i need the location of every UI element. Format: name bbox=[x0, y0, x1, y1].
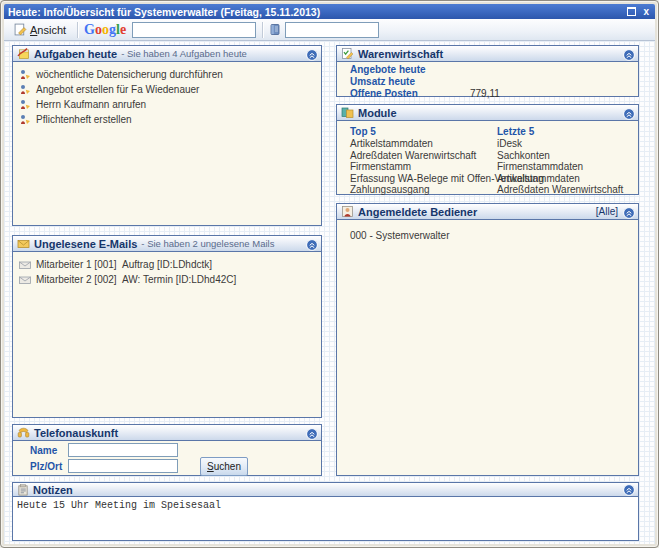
bediener-item[interactable]: 000 - Systemverwalter bbox=[337, 220, 638, 241]
google-search-input[interactable] bbox=[132, 22, 256, 38]
suchen-label: Suchen bbox=[207, 461, 241, 472]
ww-link-offene-posten[interactable]: Offene Posten bbox=[350, 88, 418, 99]
panel-telefonauskunft-title: Telefonauskunft bbox=[34, 425, 118, 441]
collapse-button[interactable] bbox=[623, 48, 635, 60]
mail-from: Mitarbeiter 2 [002] bbox=[36, 274, 110, 285]
panel-bediener: Angemeldete Bediener [Alle] 000 - System… bbox=[336, 203, 639, 476]
toolbar-separator bbox=[262, 22, 263, 38]
task-item-label: Pflichtenheft erstellen bbox=[36, 114, 132, 125]
task-item[interactable]: Pflichtenheft erstellen bbox=[13, 112, 321, 127]
task-item-icon bbox=[19, 69, 31, 81]
collapse-button[interactable] bbox=[306, 48, 318, 60]
collapse-chevron-icon bbox=[623, 207, 635, 219]
plzort-field[interactable] bbox=[68, 459, 178, 473]
panel-warenwirtschaft-header: Warenwirtschaft bbox=[337, 46, 638, 62]
mail-item-icon bbox=[19, 274, 31, 286]
collapse-chevron-icon bbox=[306, 239, 318, 251]
collapse-chevron-icon bbox=[623, 108, 635, 120]
phone-icon bbox=[17, 426, 30, 439]
goods-icon bbox=[341, 47, 354, 60]
task-item-label: Herrn Kaufmann anrufen bbox=[36, 99, 146, 110]
user-badge-icon bbox=[341, 205, 354, 218]
panel-emails-subtitle: - Sie haben 2 ungelesene Mails bbox=[141, 236, 274, 252]
panel-aufgaben: Aufgaben heute - Sie haben 4 Aufgaben he… bbox=[12, 45, 322, 226]
plzort-label: Plz/Ort bbox=[30, 461, 62, 472]
ansicht-button[interactable]: Ansicht bbox=[9, 21, 71, 38]
panel-bediener-header: Angemeldete Bediener [Alle] bbox=[337, 204, 638, 220]
collapse-button[interactable] bbox=[623, 107, 635, 119]
panel-aufgaben-header: Aufgaben heute - Sie haben 4 Aufgaben he… bbox=[13, 46, 321, 62]
mail-item[interactable]: Mitarbeiter 1 [001] Auftrag [ID:LDhdctk] bbox=[13, 257, 321, 272]
mail-subject: AW: Termin [ID:LDhd42C] bbox=[122, 274, 236, 285]
collapse-button[interactable] bbox=[306, 238, 318, 250]
content-area: Aufgaben heute - Sie haben 4 Aufgaben he… bbox=[4, 41, 655, 544]
task-item[interactable]: Herrn Kaufmann anrufen bbox=[13, 97, 321, 112]
app-window: Heute: Info/Übersicht für Systemverwalte… bbox=[0, 0, 659, 548]
tasks-icon bbox=[17, 47, 30, 60]
task-item-label: wöchentliche Datensicherung durchführen bbox=[36, 69, 223, 80]
panel-notizen: Notizen Heute 15 Uhr Meeting im Speisesa… bbox=[12, 482, 639, 541]
collapse-button[interactable] bbox=[306, 427, 318, 439]
task-item-icon bbox=[19, 99, 31, 111]
panel-warenwirtschaft-title: Warenwirtschaft bbox=[358, 46, 443, 62]
letzte5-header: Letzte 5 bbox=[497, 125, 623, 138]
mail-subject: Auftrag [ID:LDhdctk] bbox=[122, 259, 212, 270]
ansicht-label: Ansicht bbox=[30, 24, 66, 36]
module-icon bbox=[341, 106, 354, 119]
panel-telefonauskunft: Telefonauskunft Name Plz/Ort Suche bbox=[12, 424, 322, 476]
close-button[interactable]: x bbox=[643, 7, 649, 17]
task-item[interactable]: Angebot erstellen für Fa Wiedenauer bbox=[13, 82, 321, 97]
panel-aufgaben-subtitle: - Sie haben 4 Aufgaben heute bbox=[121, 46, 247, 62]
mail-from: Mitarbeiter 1 [001] bbox=[36, 259, 110, 270]
module-letzte5-column: Letzte 5 iDesk Sachkonten Firmenstammdat… bbox=[497, 125, 623, 196]
name-field[interactable] bbox=[68, 443, 178, 457]
ww-row: Umsatz heute bbox=[337, 76, 638, 88]
notizen-textarea[interactable]: Heute 15 Uhr Meeting im Speisesaal bbox=[13, 497, 638, 540]
mail-icon bbox=[17, 237, 30, 250]
panel-warenwirtschaft: Warenwirtschaft Angebote heute Umsatz he… bbox=[336, 45, 639, 97]
phone-search-input[interactable] bbox=[285, 22, 379, 38]
restore-button[interactable] bbox=[626, 7, 636, 17]
module-link[interactable]: Adreßdaten Warenwirtschaft bbox=[497, 184, 623, 196]
view-icon bbox=[14, 23, 27, 36]
task-item-icon bbox=[19, 84, 31, 96]
ww-row: Angebote heute bbox=[337, 64, 638, 76]
task-item[interactable]: wöchentliche Datensicherung durchführen bbox=[13, 67, 321, 82]
module-link[interactable]: Artikelstammdaten bbox=[497, 173, 623, 185]
module-link[interactable]: Sachkonten bbox=[497, 150, 623, 162]
panel-module: Module Top 5 Artikelstammdaten Adreßdate… bbox=[336, 104, 639, 195]
panel-bediener-title: Angemeldete Bediener bbox=[358, 204, 477, 220]
mail-item-icon bbox=[19, 259, 31, 271]
titlebar: Heute: Info/Übersicht für Systemverwalte… bbox=[4, 4, 655, 19]
ww-row: Offene Posten 779,11 bbox=[337, 88, 638, 100]
notes-icon bbox=[17, 484, 29, 496]
toolbar-separator bbox=[77, 22, 78, 38]
ww-value: 779,11 bbox=[470, 88, 500, 100]
task-item-label: Angebot erstellen für Fa Wiedenauer bbox=[36, 84, 199, 95]
ww-link-angebote[interactable]: Angebote heute bbox=[350, 64, 426, 75]
task-item-icon bbox=[19, 114, 31, 126]
toolbar: Ansicht Google bbox=[4, 19, 655, 41]
panel-module-header: Module bbox=[337, 105, 638, 121]
panel-module-title: Module bbox=[358, 105, 397, 121]
panel-emails-header: Ungelesene E-Mails - Sie haben 2 ungeles… bbox=[13, 236, 321, 252]
collapse-chevron-icon bbox=[306, 428, 318, 440]
alle-link[interactable]: [Alle] bbox=[596, 204, 618, 220]
collapse-chevron-icon bbox=[306, 49, 318, 61]
panel-notizen-title: Notizen bbox=[33, 483, 73, 497]
name-label: Name bbox=[30, 445, 57, 456]
panel-notizen-header: Notizen bbox=[13, 483, 638, 497]
panel-emails-title: Ungelesene E-Mails bbox=[34, 236, 137, 252]
module-link[interactable]: Firmenstammdaten bbox=[497, 161, 623, 173]
collapse-button[interactable] bbox=[623, 206, 635, 218]
module-link[interactable]: iDesk bbox=[497, 138, 623, 150]
panel-emails: Ungelesene E-Mails - Sie haben 2 ungeles… bbox=[12, 235, 322, 418]
suchen-button[interactable]: Suchen bbox=[200, 457, 248, 476]
collapse-chevron-icon bbox=[623, 49, 635, 61]
restore-icon bbox=[627, 7, 636, 16]
collapse-button[interactable] bbox=[623, 484, 635, 496]
ww-link-umsatz[interactable]: Umsatz heute bbox=[350, 76, 415, 87]
collapse-chevron-icon bbox=[623, 484, 635, 496]
mail-item[interactable]: Mitarbeiter 2 [002] AW: Termin [ID:LDhd4… bbox=[13, 272, 321, 287]
panel-aufgaben-title: Aufgaben heute bbox=[34, 46, 117, 62]
